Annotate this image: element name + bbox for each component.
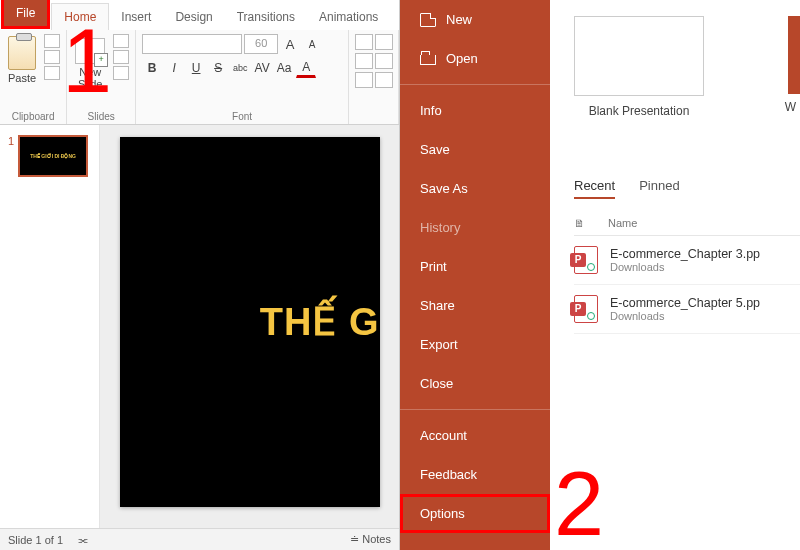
format-painter-button[interactable] (44, 66, 60, 80)
powerpoint-file-icon (574, 246, 598, 274)
file-menu-export[interactable]: Export (400, 325, 550, 364)
tab-design[interactable]: Design (163, 4, 224, 30)
decrease-indent-button[interactable] (355, 72, 373, 88)
file-menu: New Open Info Save Save As History Print… (400, 0, 550, 550)
copy-button[interactable] (44, 50, 60, 64)
slide-canvas-area[interactable]: THẾ G (100, 125, 399, 528)
grow-font-button[interactable]: A (280, 34, 300, 54)
file-name: E-commerce_Chapter 5.pp (610, 296, 760, 310)
new-slide-label: New Slide (78, 66, 102, 90)
backstage-panel: Blank Presentation W Recent Pinned 🗎 Nam… (550, 0, 800, 550)
thumb-number: 1 (8, 135, 14, 177)
powerpoint-file-icon (574, 295, 598, 323)
clipboard-group-label: Clipboard (6, 109, 60, 122)
font-color-button[interactable]: A (296, 58, 316, 78)
spellcheck-icon[interactable]: ⫘ (77, 534, 88, 546)
shadow-button[interactable]: abc (230, 58, 250, 78)
blank-presentation-thumb[interactable] (574, 16, 704, 96)
underline-button[interactable]: U (186, 58, 206, 78)
font-group-label: Font (142, 109, 342, 122)
slide-thumbnail-1[interactable]: THẾ GIỚI DI ĐỘNG (18, 135, 88, 177)
align-left-button[interactable] (355, 53, 373, 69)
spacing-button[interactable]: AV (252, 58, 272, 78)
slide-canvas[interactable]: THẾ G (120, 137, 380, 507)
file-menu-new[interactable]: New (400, 0, 550, 39)
increase-indent-button[interactable] (375, 72, 393, 88)
open-icon (420, 55, 436, 65)
slide-thumbnails: 1 THẾ GIỚI DI ĐỘNG (0, 125, 100, 528)
tab-transitions[interactable]: Transitions (225, 4, 307, 30)
section-button[interactable] (113, 66, 129, 80)
file-name: E-commerce_Chapter 3.pp (610, 247, 760, 261)
file-menu-share[interactable]: Share (400, 286, 550, 325)
reset-button[interactable] (113, 50, 129, 64)
case-button[interactable]: Aa (274, 58, 294, 78)
font-name-input[interactable] (142, 34, 242, 54)
file-location: Downloads (610, 310, 760, 322)
ribbon-tabs: File Home Insert Design Transitions Anim… (0, 0, 399, 30)
status-bar: Slide 1 of 1 ⫘ ≐ Notes (0, 528, 399, 550)
header-icon-col: 🗎 (574, 217, 608, 229)
group-paragraph (349, 30, 399, 124)
notes-button[interactable]: ≐ Notes (350, 533, 391, 546)
group-slides: New Slide Slides (67, 30, 136, 124)
tab-file[interactable]: File (1, 0, 50, 29)
paste-label: Paste (8, 72, 36, 84)
shrink-font-button[interactable]: A (302, 34, 322, 54)
file-menu-account[interactable]: Account (400, 416, 550, 455)
header-name-col: Name (608, 217, 637, 229)
blank-presentation-label: Blank Presentation (574, 104, 704, 118)
new-icon (420, 13, 436, 27)
tab-home[interactable]: Home (51, 3, 109, 30)
tab-recent[interactable]: Recent (574, 178, 615, 199)
strike-button[interactable]: S (208, 58, 228, 78)
file-menu-open[interactable]: Open (400, 39, 550, 78)
recent-file-2[interactable]: E-commerce_Chapter 5.pp Downloads (574, 285, 800, 334)
clipboard-icon (8, 36, 36, 70)
bullets-button[interactable] (355, 34, 373, 50)
file-menu-save[interactable]: Save (400, 130, 550, 169)
recent-file-1[interactable]: E-commerce_Chapter 3.pp Downloads (574, 236, 800, 285)
new-slide-button[interactable]: New Slide (73, 34, 107, 92)
file-menu-options[interactable]: Options (400, 494, 550, 533)
tab-animations[interactable]: Animations (307, 4, 390, 30)
slide-count: Slide 1 of 1 (8, 534, 63, 546)
bold-button[interactable]: B (142, 58, 162, 78)
file-location: Downloads (610, 261, 760, 273)
numbering-button[interactable] (375, 34, 393, 50)
recent-tabs: Recent Pinned (574, 178, 800, 199)
font-size-input[interactable]: 60 (244, 34, 278, 54)
file-menu-print[interactable]: Print (400, 247, 550, 286)
italic-button[interactable]: I (164, 58, 184, 78)
paste-button[interactable]: Paste (6, 34, 38, 86)
group-clipboard: Paste Clipboard (0, 30, 67, 124)
template-accent (788, 16, 800, 94)
annotation-marker-2: 2 (554, 453, 604, 550)
file-menu-info[interactable]: Info (400, 91, 550, 130)
cut-button[interactable] (44, 34, 60, 48)
file-menu-feedback[interactable]: Feedback (400, 455, 550, 494)
template-label-cutoff: W (785, 100, 796, 114)
workspace: 1 THẾ GIỚI DI ĐỘNG THẾ G (0, 125, 399, 528)
ribbon: Paste Clipboard New Slide (0, 30, 399, 125)
tab-insert[interactable]: Insert (109, 4, 163, 30)
file-menu-close[interactable]: Close (400, 364, 550, 403)
slides-group-label: Slides (73, 109, 129, 122)
layout-button[interactable] (113, 34, 129, 48)
file-menu-saveas[interactable]: Save As (400, 169, 550, 208)
file-list-header: 🗎 Name (574, 217, 800, 236)
tab-pinned[interactable]: Pinned (639, 178, 679, 199)
new-slide-icon (75, 38, 105, 64)
thumb-text: THẾ GIỚI DI ĐỘNG (30, 153, 76, 159)
align-center-button[interactable] (375, 53, 393, 69)
group-font: 60 A A B I U S abc AV Aa A Fon (136, 30, 349, 124)
slide-title-text: THẾ G (260, 300, 380, 344)
file-menu-history: History (400, 208, 550, 247)
